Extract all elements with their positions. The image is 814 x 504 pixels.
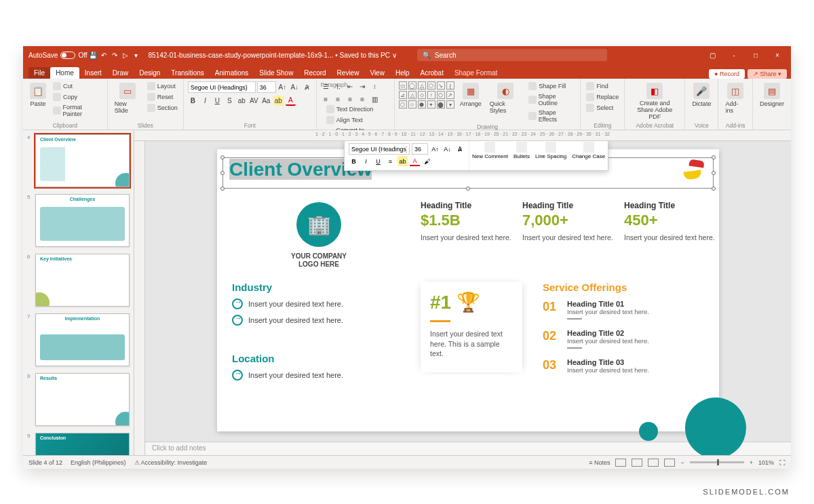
mini-clear-format[interactable]: A̷ <box>454 144 465 154</box>
zoom-slider[interactable] <box>690 461 744 463</box>
paste-button[interactable]: 📋Paste <box>27 81 49 109</box>
record-button[interactable]: ● Record <box>709 69 745 79</box>
tab-help[interactable]: Help <box>390 67 415 79</box>
zoom-level[interactable]: 101% <box>758 459 774 466</box>
rank-card[interactable]: #1🏆 Insert your desired text here. This … <box>421 282 522 372</box>
reading-view-button[interactable] <box>648 459 659 467</box>
layout-button[interactable]: Layout <box>146 81 179 91</box>
replace-button[interactable]: Replace <box>585 92 620 102</box>
section-button[interactable]: Section <box>146 103 179 113</box>
mini-font-size[interactable] <box>412 143 428 155</box>
stat-3[interactable]: Heading Title450+Insert your desired tex… <box>624 201 719 243</box>
bold-button[interactable]: B <box>188 96 198 106</box>
mini-highlight[interactable]: ab <box>398 156 408 166</box>
tab-home[interactable]: Home <box>50 67 79 79</box>
company-logo[interactable]: 🏢 YOUR COMPANY LOGO HERE <box>258 202 380 269</box>
grow-font-button[interactable]: A↑ <box>277 82 288 92</box>
addins-button[interactable]: ◫Add-ins <box>722 81 748 115</box>
normal-view-button[interactable] <box>615 459 626 467</box>
mini-underline[interactable]: U <box>373 156 383 166</box>
mini-grow-font[interactable]: A↑ <box>430 144 440 154</box>
tab-insert[interactable]: Insert <box>79 67 107 79</box>
adobe-pdf-button[interactable]: ◧Create and Share Adobe PDF <box>629 81 680 122</box>
text-direction-button[interactable]: Text Direction <box>325 104 390 114</box>
shape-effects-button[interactable]: Shape Effects <box>527 109 576 123</box>
align-right-button[interactable]: ≡ <box>345 94 355 104</box>
designer-button[interactable]: ▤Designer <box>757 81 787 109</box>
ribbon-collapse-icon[interactable]: ▢ <box>701 46 723 64</box>
tab-shape-format[interactable]: Shape Format <box>449 67 503 79</box>
tab-transitions[interactable]: Transitions <box>166 67 210 79</box>
shrink-font-button[interactable]: A↓ <box>290 82 300 92</box>
sorter-view-button[interactable] <box>632 459 642 467</box>
tab-record[interactable]: Record <box>298 67 331 79</box>
strike-button[interactable]: S <box>225 96 235 106</box>
notes-toggle[interactable]: ≡ Notes <box>589 459 610 466</box>
align-center-button[interactable]: ≡ <box>333 94 343 104</box>
format-painter-button[interactable]: Format Painter <box>52 103 103 118</box>
thumbnail-5[interactable]: Challenges <box>35 194 130 247</box>
shadow-button[interactable]: ab <box>237 96 247 106</box>
tab-acrobat[interactable]: Acrobat <box>414 67 448 79</box>
language-status[interactable]: English (Philippines) <box>71 459 126 466</box>
mini-font-color[interactable]: A <box>410 156 420 166</box>
tab-view[interactable]: View <box>364 67 390 79</box>
dictate-button[interactable]: 🎤Dictate <box>689 81 714 109</box>
mini-change-case[interactable]: Change Case <box>569 141 608 170</box>
qat-more-icon[interactable]: ▾ <box>131 50 142 60</box>
tab-review[interactable]: Review <box>332 67 365 79</box>
fit-button[interactable]: ⛶ <box>779 459 786 466</box>
stat-2[interactable]: Heading Title7,000+Insert your desired t… <box>522 201 617 243</box>
slide-canvas[interactable]: Client Overview 🏢 YOUR COMPANY LOGO HERE… <box>217 149 719 431</box>
autosave-toggle[interactable]: AutoSave Off <box>28 52 88 59</box>
columns-button[interactable]: ▥ <box>370 94 380 104</box>
clear-format-button[interactable]: A̷ <box>302 82 312 92</box>
find-button[interactable]: Find <box>585 81 620 91</box>
select-button[interactable]: Select <box>585 103 620 113</box>
shape-fill-button[interactable]: Shape Fill <box>527 81 576 91</box>
minimize-button[interactable]: - <box>723 46 745 64</box>
underline-button[interactable]: U <box>212 96 222 106</box>
mini-format-painter[interactable]: 🖌 <box>422 156 432 166</box>
font-color-button[interactable]: A <box>286 96 296 106</box>
new-comment-button[interactable]: New Comment <box>469 141 511 170</box>
mini-line-spacing[interactable]: Line Spacing <box>532 141 569 170</box>
mini-font-name[interactable] <box>349 143 410 155</box>
location-section[interactable]: Location Insert your desired text here. <box>232 353 402 386</box>
case-button[interactable]: Aa <box>261 96 271 106</box>
indent-inc-button[interactable]: ⇥ <box>357 81 368 92</box>
service-offerings[interactable]: Service Offerings 01Heading Title 01Inse… <box>543 282 703 383</box>
arrange-button[interactable]: ▦Arrange <box>457 81 484 109</box>
industry-section[interactable]: Industry Insert your desired text here. … <box>232 282 402 331</box>
reset-button[interactable]: Reset <box>146 92 179 102</box>
shape-outline-button[interactable]: Shape Outline <box>527 92 576 107</box>
copy-button[interactable]: Copy <box>52 92 103 102</box>
align-left-button[interactable]: ≡ <box>321 94 331 104</box>
mini-bold[interactable]: B <box>349 156 359 166</box>
mini-align[interactable]: ≡ <box>385 156 395 166</box>
maximize-button[interactable]: □ <box>745 46 767 64</box>
mini-toolbar[interactable]: A↑ A↓ A̷ B I U ≡ ab A <box>344 141 608 171</box>
zoom-out-button[interactable]: − <box>680 459 684 466</box>
font-name-select[interactable] <box>188 81 256 93</box>
tab-file[interactable]: File <box>28 67 50 79</box>
accessibility-status[interactable]: ⚠ Accessibility: Investigate <box>134 459 208 466</box>
font-size-select[interactable] <box>257 81 276 93</box>
new-slide-button[interactable]: ▭New Slide <box>112 81 143 115</box>
close-button[interactable]: × <box>767 46 788 64</box>
tab-draw[interactable]: Draw <box>107 67 134 79</box>
mini-italic[interactable]: I <box>361 156 371 166</box>
thumbnail-4[interactable]: Client Overview <box>35 134 130 187</box>
tab-slideshow[interactable]: Slide Show <box>254 67 298 79</box>
thumbnail-9[interactable]: Conclusion <box>35 433 130 455</box>
align-text-button[interactable]: Align Text <box>325 115 390 125</box>
share-button[interactable]: ↗ Share ▾ <box>748 69 787 79</box>
thumbnail-8[interactable]: Results <box>35 373 130 426</box>
spacing-button[interactable]: AV <box>249 96 259 106</box>
start-icon[interactable]: ▷ <box>120 50 131 60</box>
save-icon[interactable]: 💾 <box>88 50 98 60</box>
zoom-in-button[interactable]: + <box>750 459 753 466</box>
shapes-gallery[interactable]: ▭◯△⬡↘{ ⊿△◇↑⬠↗ ⬡☆⬢✦⬤▾ <box>399 81 454 109</box>
slide-thumbnails[interactable]: 4 Client Overview 5 Challenges 6 Key Ini… <box>23 130 134 455</box>
line-spacing-button[interactable]: ↕ <box>370 81 380 92</box>
